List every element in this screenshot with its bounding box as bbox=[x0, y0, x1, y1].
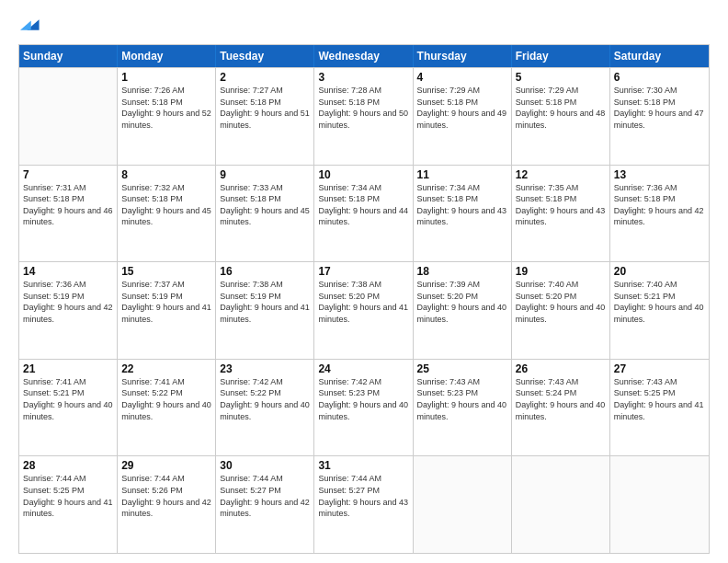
day-info: Sunrise: 7:41 AMSunset: 5:22 PMDaylight:… bbox=[121, 376, 211, 422]
day-number: 11 bbox=[417, 168, 507, 181]
calendar-empty-cell bbox=[414, 456, 512, 553]
calendar-day-14: 14Sunrise: 7:36 AMSunset: 5:19 PMDayligh… bbox=[19, 262, 118, 359]
calendar-day-18: 18Sunrise: 7:39 AMSunset: 5:20 PMDayligh… bbox=[414, 262, 512, 359]
calendar-header-row: SundayMondayTuesdayWednesdayThursdayFrid… bbox=[19, 45, 709, 67]
day-info: Sunrise: 7:31 AMSunset: 5:18 PMDaylight:… bbox=[23, 182, 113, 228]
calendar-day-4: 4Sunrise: 7:29 AMSunset: 5:18 PMDaylight… bbox=[414, 68, 512, 165]
calendar-day-11: 11Sunrise: 7:34 AMSunset: 5:18 PMDayligh… bbox=[414, 166, 512, 262]
day-info: Sunrise: 7:43 AMSunset: 5:23 PMDaylight:… bbox=[417, 376, 507, 422]
calendar-empty-cell bbox=[512, 456, 610, 553]
day-info: Sunrise: 7:28 AMSunset: 5:18 PMDaylight:… bbox=[318, 85, 408, 131]
day-number: 9 bbox=[220, 168, 310, 181]
calendar: SundayMondayTuesdayWednesdayThursdayFrid… bbox=[18, 44, 710, 554]
day-info: Sunrise: 7:43 AMSunset: 5:24 PMDaylight:… bbox=[516, 376, 606, 422]
day-number: 23 bbox=[220, 362, 310, 375]
calendar-day-16: 16Sunrise: 7:38 AMSunset: 5:19 PMDayligh… bbox=[216, 262, 314, 359]
page-header bbox=[18, 15, 710, 39]
day-number: 6 bbox=[614, 71, 705, 84]
calendar-day-20: 20Sunrise: 7:40 AMSunset: 5:21 PMDayligh… bbox=[610, 262, 709, 359]
day-info: Sunrise: 7:33 AMSunset: 5:18 PMDaylight:… bbox=[220, 182, 310, 228]
calendar-week-1: 1Sunrise: 7:26 AMSunset: 5:18 PMDaylight… bbox=[19, 67, 709, 165]
day-number: 30 bbox=[220, 459, 310, 472]
svg-marker-1 bbox=[20, 21, 31, 30]
calendar-day-7: 7Sunrise: 7:31 AMSunset: 5:18 PMDaylight… bbox=[19, 166, 118, 262]
calendar-day-24: 24Sunrise: 7:42 AMSunset: 5:23 PMDayligh… bbox=[314, 360, 413, 456]
calendar-body: 1Sunrise: 7:26 AMSunset: 5:18 PMDaylight… bbox=[19, 67, 709, 553]
header-day-saturday: Saturday bbox=[610, 45, 709, 67]
day-number: 26 bbox=[516, 362, 606, 375]
day-number: 27 bbox=[614, 362, 705, 375]
logo bbox=[18, 15, 40, 39]
header-day-sunday: Sunday bbox=[19, 45, 118, 67]
day-number: 17 bbox=[318, 265, 408, 278]
calendar-day-25: 25Sunrise: 7:43 AMSunset: 5:23 PMDayligh… bbox=[414, 360, 512, 456]
day-info: Sunrise: 7:29 AMSunset: 5:18 PMDaylight:… bbox=[417, 85, 507, 131]
day-info: Sunrise: 7:39 AMSunset: 5:20 PMDaylight:… bbox=[417, 279, 507, 325]
calendar-day-21: 21Sunrise: 7:41 AMSunset: 5:21 PMDayligh… bbox=[19, 360, 118, 456]
calendar-day-8: 8Sunrise: 7:32 AMSunset: 5:18 PMDaylight… bbox=[118, 166, 216, 262]
day-number: 29 bbox=[121, 459, 211, 472]
calendar-day-28: 28Sunrise: 7:44 AMSunset: 5:25 PMDayligh… bbox=[19, 456, 118, 553]
day-number: 14 bbox=[23, 265, 113, 278]
calendar-day-17: 17Sunrise: 7:38 AMSunset: 5:20 PMDayligh… bbox=[314, 262, 413, 359]
day-info: Sunrise: 7:36 AMSunset: 5:19 PMDaylight:… bbox=[23, 279, 113, 325]
day-info: Sunrise: 7:44 AMSunset: 5:27 PMDaylight:… bbox=[318, 473, 408, 519]
day-info: Sunrise: 7:41 AMSunset: 5:21 PMDaylight:… bbox=[23, 376, 113, 422]
header-day-monday: Monday bbox=[118, 45, 216, 67]
calendar-day-10: 10Sunrise: 7:34 AMSunset: 5:18 PMDayligh… bbox=[314, 166, 413, 262]
calendar-week-2: 7Sunrise: 7:31 AMSunset: 5:18 PMDaylight… bbox=[19, 165, 709, 262]
day-info: Sunrise: 7:38 AMSunset: 5:20 PMDaylight:… bbox=[318, 279, 408, 325]
day-info: Sunrise: 7:32 AMSunset: 5:18 PMDaylight:… bbox=[121, 182, 211, 228]
calendar-day-12: 12Sunrise: 7:35 AMSunset: 5:18 PMDayligh… bbox=[512, 166, 610, 262]
calendar-day-15: 15Sunrise: 7:37 AMSunset: 5:19 PMDayligh… bbox=[118, 262, 216, 359]
day-number: 5 bbox=[516, 71, 606, 84]
day-info: Sunrise: 7:27 AMSunset: 5:18 PMDaylight:… bbox=[220, 85, 310, 131]
day-number: 20 bbox=[614, 265, 705, 278]
calendar-day-5: 5Sunrise: 7:29 AMSunset: 5:18 PMDaylight… bbox=[512, 68, 610, 165]
header-day-friday: Friday bbox=[512, 45, 610, 67]
calendar-day-31: 31Sunrise: 7:44 AMSunset: 5:27 PMDayligh… bbox=[314, 456, 413, 553]
day-number: 22 bbox=[121, 362, 211, 375]
day-info: Sunrise: 7:44 AMSunset: 5:25 PMDaylight:… bbox=[23, 473, 113, 519]
day-info: Sunrise: 7:26 AMSunset: 5:18 PMDaylight:… bbox=[121, 85, 211, 131]
calendar-week-3: 14Sunrise: 7:36 AMSunset: 5:19 PMDayligh… bbox=[19, 261, 709, 359]
day-number: 8 bbox=[121, 168, 211, 181]
day-number: 2 bbox=[220, 71, 310, 84]
day-info: Sunrise: 7:43 AMSunset: 5:25 PMDaylight:… bbox=[614, 376, 705, 422]
day-info: Sunrise: 7:29 AMSunset: 5:18 PMDaylight:… bbox=[516, 85, 606, 131]
day-info: Sunrise: 7:40 AMSunset: 5:21 PMDaylight:… bbox=[614, 279, 705, 325]
calendar-empty-cell bbox=[610, 456, 709, 553]
day-info: Sunrise: 7:42 AMSunset: 5:23 PMDaylight:… bbox=[318, 376, 408, 422]
day-number: 19 bbox=[516, 265, 606, 278]
day-info: Sunrise: 7:34 AMSunset: 5:18 PMDaylight:… bbox=[417, 182, 507, 228]
day-number: 7 bbox=[23, 168, 113, 181]
calendar-day-27: 27Sunrise: 7:43 AMSunset: 5:25 PMDayligh… bbox=[610, 360, 709, 456]
day-info: Sunrise: 7:34 AMSunset: 5:18 PMDaylight:… bbox=[318, 182, 408, 228]
calendar-day-2: 2Sunrise: 7:27 AMSunset: 5:18 PMDaylight… bbox=[216, 68, 314, 165]
day-number: 25 bbox=[417, 362, 507, 375]
day-number: 24 bbox=[318, 362, 408, 375]
calendar-day-23: 23Sunrise: 7:42 AMSunset: 5:22 PMDayligh… bbox=[216, 360, 314, 456]
day-number: 18 bbox=[417, 265, 507, 278]
day-number: 12 bbox=[516, 168, 606, 181]
day-info: Sunrise: 7:38 AMSunset: 5:19 PMDaylight:… bbox=[220, 279, 310, 325]
day-info: Sunrise: 7:36 AMSunset: 5:18 PMDaylight:… bbox=[614, 182, 705, 228]
day-number: 31 bbox=[318, 459, 408, 472]
day-number: 13 bbox=[614, 168, 705, 181]
header-day-tuesday: Tuesday bbox=[216, 45, 314, 67]
day-number: 15 bbox=[121, 265, 211, 278]
day-info: Sunrise: 7:30 AMSunset: 5:18 PMDaylight:… bbox=[614, 85, 705, 131]
day-number: 28 bbox=[23, 459, 113, 472]
logo-icon bbox=[20, 15, 40, 35]
calendar-day-9: 9Sunrise: 7:33 AMSunset: 5:18 PMDaylight… bbox=[216, 166, 314, 262]
day-number: 3 bbox=[318, 71, 408, 84]
calendar-day-6: 6Sunrise: 7:30 AMSunset: 5:18 PMDaylight… bbox=[610, 68, 709, 165]
header-day-thursday: Thursday bbox=[414, 45, 512, 67]
day-number: 10 bbox=[318, 168, 408, 181]
day-info: Sunrise: 7:35 AMSunset: 5:18 PMDaylight:… bbox=[516, 182, 606, 228]
day-info: Sunrise: 7:40 AMSunset: 5:20 PMDaylight:… bbox=[516, 279, 606, 325]
header-day-wednesday: Wednesday bbox=[314, 45, 413, 67]
day-number: 1 bbox=[121, 71, 211, 84]
calendar-day-19: 19Sunrise: 7:40 AMSunset: 5:20 PMDayligh… bbox=[512, 262, 610, 359]
day-number: 4 bbox=[417, 71, 507, 84]
